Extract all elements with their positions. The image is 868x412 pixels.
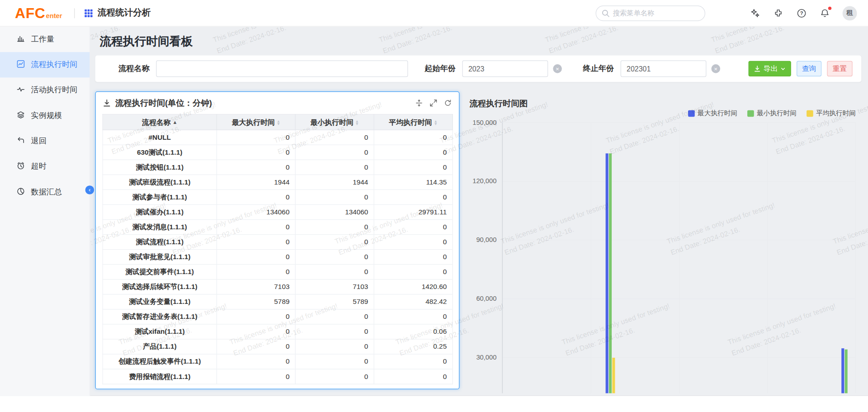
legend-item[interactable]: 最大执行时间 [688,109,737,118]
legend-item[interactable]: 平均执行时间 [807,109,856,118]
legend-swatch [807,110,813,117]
column-header-min[interactable]: 最小执行时间▲▼ [295,114,374,130]
sort-asc-icon[interactable]: ▲ [172,120,177,125]
collapse-rows-icon[interactable] [415,99,424,108]
table-row[interactable]: 测试按钮(1.1.1)000 [103,160,453,175]
end-year-input[interactable] [621,60,707,77]
reset-button[interactable]: 重置 [827,61,852,76]
table-row[interactable]: 产品(1.1.1)000.25 [103,339,453,354]
bar-group [620,123,639,393]
column-label: 最小执行时间 [310,118,354,126]
table-row[interactable]: 测试业务变量(1.1.1)57895789482.42 [103,294,453,309]
table-row[interactable]: 测试催办(1.1.1)13406013406029791.11 [103,204,453,219]
max-time-cell: 0 [217,324,295,339]
table-row[interactable]: 测试参与者(1.1.1)000 [103,189,453,204]
legend-label: 平均执行时间 [816,109,856,118]
column-header-max[interactable]: 最大执行时间▲▼ [217,114,295,130]
sidebar-collapse-toggle[interactable]: ‹ [85,185,94,194]
max-time-cell: 1944 [217,175,295,189]
legend-label: 最小执行时间 [757,109,797,118]
start-year-input[interactable] [462,60,548,77]
chart-bar[interactable] [844,350,847,393]
chart-plot: 150,000120,00090,00060,00030,000 [502,123,856,393]
plugin-icon[interactable] [773,8,783,19]
refresh-icon[interactable] [443,99,453,108]
process-name-cell: 测试参与者(1.1.1) [103,189,217,204]
sidebar-item-instance-scale[interactable]: 实例规模 [0,103,90,128]
svg-text:?: ? [800,10,803,16]
sidebar-item-label: 数据汇总 [31,187,62,197]
query-button[interactable]: 查询 [797,61,821,76]
table-row[interactable]: 测试暂存进业务表(1.1.1)000 [103,309,453,324]
menu-search-input[interactable] [613,9,699,17]
column-header-avg[interactable]: 平均执行时间▲▼ [374,114,453,130]
filter-bar: 流程名称 起始年份 × 终止年份 × 导出 查询 重置 [95,55,862,82]
ai-assistant-icon[interactable] [750,8,760,19]
max-time-cell: 0 [217,189,295,204]
max-time-cell: 5789 [217,294,295,309]
start-year-clear-button[interactable]: × [553,64,562,73]
sort-icon[interactable]: ▲▼ [355,119,359,125]
sort-icon[interactable]: ▲▼ [434,119,437,125]
sort-icon[interactable]: ▲▼ [277,119,280,125]
app-logo[interactable]: AFC enter [15,6,62,20]
table-row[interactable]: 630测试(1.1.1)000 [103,145,453,160]
menu-search-box[interactable] [596,5,705,21]
table-row[interactable]: 创建流程后触发事件(1.1.1)000 [103,354,453,369]
table-row[interactable]: 费用报销流程(1.1.1)000 [103,369,453,384]
export-button[interactable]: 导出 [749,61,791,76]
avg-time-cell: 0 [374,160,453,175]
legend-item[interactable]: 最小执行时间 [747,109,797,118]
process-name-cell: 测试按钮(1.1.1) [103,160,217,175]
process-name-input[interactable] [156,60,408,77]
sidebar-item-workload[interactable]: 工作量 [0,27,90,52]
notification-dot [828,6,831,9]
avg-time-cell: 0 [374,145,453,160]
chart-bar[interactable] [612,358,615,393]
table-panel-header: 流程执行时间(单位：分钟) [96,92,459,114]
table-row[interactable]: 测试选择后续环节(1.1.1)710371031420.60 [103,279,453,294]
table-row[interactable]: 测试xifan(1.1.1)000.06 [103,324,453,339]
bar-group [679,123,698,393]
fullscreen-icon[interactable] [429,99,438,108]
download-icon[interactable] [103,99,112,108]
main-content: 流程执行时间看板 流程名称 起始年份 × 终止年份 × 导出 查询 重置 [90,27,868,396]
process-name-cell: 测试班级流程(1.1.1) [103,175,217,189]
bar-group [797,123,816,393]
avatar[interactable]: 租 [843,6,857,20]
apps-grid-icon[interactable] [84,9,93,18]
bar-group [718,123,738,393]
bar-group [758,123,777,393]
help-icon[interactable]: ? [796,8,807,19]
process-name-cell: 产品(1.1.1) [103,339,217,354]
process-name-cell: 测试业务变量(1.1.1) [103,294,217,309]
sidebar-item-process-exec-time[interactable]: 流程执行时间 [0,52,90,77]
chart-bar[interactable] [841,348,844,393]
chart-bar[interactable] [605,153,608,393]
min-time-cell: 134060 [295,204,374,219]
table-row[interactable]: 测试流程(1.1.1)000 [103,235,453,250]
sidebar-item-timeout[interactable]: 超时 [0,154,90,179]
y-axis-label: 60,000 [468,294,497,302]
table-row[interactable]: 测试班级流程(1.1.1)19441944114.35 [103,175,453,189]
notification-bell-icon[interactable] [819,8,830,19]
column-header-name[interactable]: 流程名称▲ [103,114,217,130]
app-window: AFC enter 流程统计分析 ? [0,0,868,412]
chart-bar[interactable] [609,153,612,393]
bar-group [738,123,757,393]
table-row[interactable]: 测试发消息(1.1.1)000 [103,220,453,235]
min-time-cell: 7103 [295,279,374,294]
sidebar-item-data-summary[interactable]: 数据汇总 [0,180,90,205]
min-time-cell: 0 [295,189,374,204]
column-label: 平均执行时间 [389,118,432,126]
process-name-cell: 费用报销流程(1.1.1) [103,369,217,384]
start-year-label: 起始年份 [425,64,456,74]
sidebar-item-activity-exec-time[interactable]: 活动执行时间 [0,77,90,103]
table-row[interactable]: 测试提交前事件(1.1.1)000 [103,265,453,279]
end-year-clear-button[interactable]: × [711,64,720,73]
download-icon [754,65,761,72]
logo-subtext: enter [46,13,62,20]
sidebar-item-return[interactable]: 退回 [0,128,90,154]
table-row[interactable]: #NULL000 [103,130,453,145]
table-row[interactable]: 测试审批意见(1.1.1)000 [103,250,453,265]
